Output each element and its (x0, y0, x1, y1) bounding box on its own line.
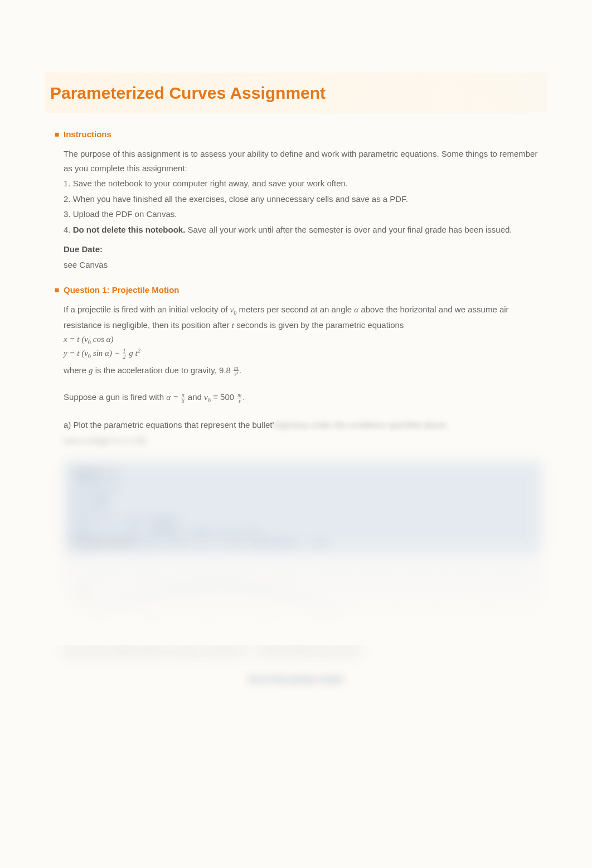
instructions-intro: The purpose of this assignment is to ass… (64, 147, 542, 175)
svg-text:15000: 15000 (256, 618, 272, 624)
svg-text:10000: 10000 (201, 618, 216, 624)
q1-paragraph-1: If a projectile is fired with an initial… (64, 302, 542, 332)
instruction-item-3: 3. Upload the PDF on Canvas. (64, 207, 542, 221)
q1-where: where g is the acceleration due to gravi… (64, 363, 542, 378)
svg-text:2000: 2000 (75, 591, 88, 597)
plot-output: 5000 10000 15000 20000 2000 (64, 562, 542, 635)
q1-part-a: a) Plot the parametric equations that re… (64, 418, 542, 432)
equation-x: x = t (v0 cos α) (64, 334, 542, 347)
equation-y: y = t (v0 sin α) − 12 g t2 (64, 347, 542, 361)
instruction-item-1: 1. Save the notebook to your computer ri… (64, 176, 542, 191)
parametric-plot: 5000 10000 15000 20000 2000 (72, 573, 362, 624)
question1-header: Question 1: Projectile Motion (55, 285, 547, 295)
code-block: Clear["*"] α = Pi / 6; v0 = 500; g = 9.8… (64, 461, 542, 558)
instruction-item-2: 2. When you have finished all the exerci… (64, 192, 542, 206)
due-date-value: see Canvas (64, 258, 542, 272)
title-banner: Parameterized Curves Assignment (45, 73, 547, 113)
q1-part-a-cont: Use a range 0 ≤ t ≤ 50 (64, 433, 542, 448)
svg-text:5000: 5000 (145, 618, 158, 624)
q1-suppose: Suppose a gun is fired with α = π6 and v… (64, 390, 542, 406)
instructions-body: The purpose of this assignment is to ass… (64, 147, 542, 272)
blurred-content: Clear["*"] α = Pi / 6; v0 = 500; g = 9.8… (64, 461, 542, 657)
instructions-header: Instructions (55, 129, 547, 139)
instruction-item-4: 4. Do not delete this notebook. Save all… (64, 223, 542, 237)
page-title: Parameterized Curves Assignment (50, 84, 542, 103)
svg-text:20000: 20000 (312, 618, 328, 624)
question1-body: If a projectile is fired with an initial… (64, 302, 542, 447)
blur-caption: b) Assuming nothing obstructs its path, … (64, 645, 542, 657)
due-date-label: Due Date: (64, 242, 542, 257)
footer-text: End of free preview content (0, 675, 592, 684)
